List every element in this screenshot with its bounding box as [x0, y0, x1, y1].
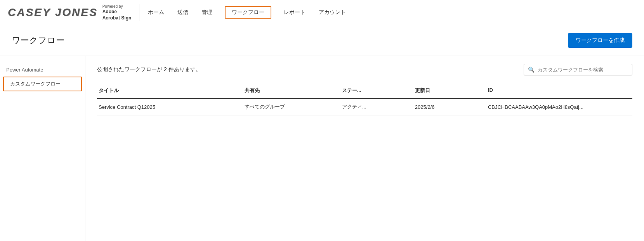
col-header-title: タイトル	[97, 87, 243, 94]
row-id: CBJCHBCAABAAw3QA0pMAo2H8sQatj...	[486, 104, 632, 110]
search-icon: 🔍	[528, 66, 535, 73]
logo: CASEY JONES	[8, 6, 98, 19]
nav-item-workflow[interactable]: ワークフロー	[225, 6, 271, 19]
content-area: 公開されたワークフローが 2 件あります。 🔍 タイトル 共有先 ステー... …	[85, 56, 644, 241]
nav-item-send[interactable]: 送信	[177, 7, 189, 18]
search-box[interactable]: 🔍	[524, 64, 632, 75]
row-title: Service Contract Q12025	[97, 104, 243, 110]
col-header-shared: 共有先	[243, 87, 340, 94]
row-shared: すべてのグループ	[243, 103, 340, 110]
row-updated: 2025/2/6	[413, 104, 486, 110]
col-header-id: ID	[486, 87, 632, 94]
sidebar: Power Automate カスタムワークフロー	[0, 56, 85, 241]
powered-by-block: Powered by AdobeAcrobat Sign	[102, 4, 132, 21]
adobe-acrobat-label: AdobeAcrobat Sign	[102, 9, 132, 21]
col-header-status: ステー...	[340, 87, 413, 94]
main-content: Power Automate カスタムワークフロー 公開されたワークフローが 2…	[0, 56, 644, 241]
col-header-updated: 更新日	[413, 87, 486, 94]
page-header: ワークフロー ワークフローを作成	[0, 25, 644, 56]
nav-item-report[interactable]: レポート	[283, 7, 306, 18]
logo-area: CASEY JONES Powered by AdobeAcrobat Sign	[8, 4, 139, 21]
sidebar-section-label: Power Automate	[0, 64, 85, 76]
nav-item-home[interactable]: ホーム	[147, 7, 165, 18]
table-row[interactable]: Service Contract Q12025 すべてのグループ アクティ...…	[97, 99, 632, 115]
create-workflow-button[interactable]: ワークフローを作成	[568, 33, 632, 48]
powered-by-label: Powered by	[102, 4, 132, 9]
page-title: ワークフロー	[12, 35, 64, 46]
row-status: アクティ...	[340, 103, 413, 110]
content-info-bar: 公開されたワークフローが 2 件あります。 🔍	[97, 64, 632, 75]
header: CASEY JONES Powered by AdobeAcrobat Sign…	[0, 0, 644, 25]
main-nav: ホーム 送信 管理 ワークフロー レポート アカウント	[147, 6, 636, 19]
workflow-count-text: 公開されたワークフローが 2 件あります。	[97, 66, 201, 73]
workflow-table: タイトル 共有先 ステー... 更新日 ID Service Contract …	[97, 83, 632, 115]
search-input[interactable]	[538, 67, 628, 73]
sidebar-item-custom-workflow[interactable]: カスタムワークフロー	[3, 77, 82, 91]
nav-item-manage[interactable]: 管理	[201, 7, 213, 18]
table-header: タイトル 共有先 ステー... 更新日 ID	[97, 83, 632, 99]
nav-item-account[interactable]: アカウント	[318, 7, 347, 18]
